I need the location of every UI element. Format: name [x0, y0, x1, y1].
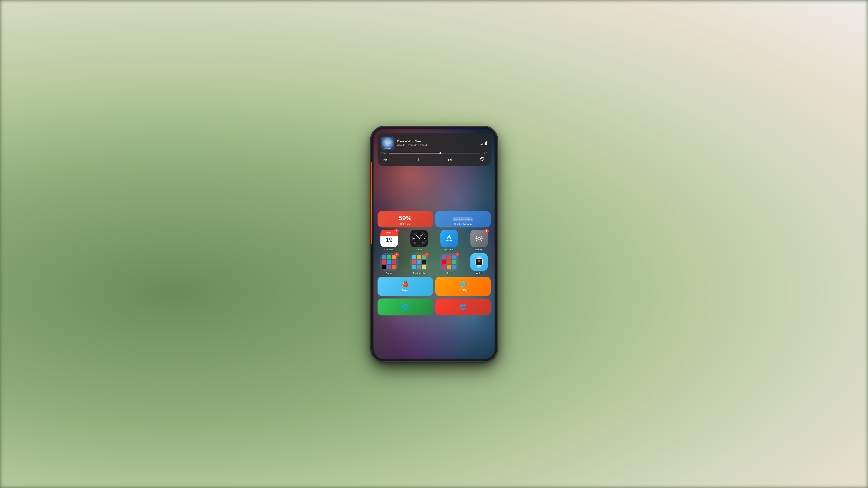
apple-icon: 🍎: [402, 281, 408, 287]
watch-label: Watch: [476, 272, 482, 274]
settings-icon: 1: [470, 230, 488, 247]
now-playing-card[interactable]: ARKELLS Dance With You Arkells, Cœur de …: [377, 133, 491, 166]
social-icon: 1: [380, 253, 398, 271]
weather-widget[interactable]: Updated at 9:50am Weather Network: [435, 211, 491, 227]
svg-point-1: [385, 140, 391, 145]
song-info: Dance With You Arkells, Cœur de pirate &: [397, 139, 478, 147]
clock-icon-inner: [410, 230, 428, 247]
app-productivity[interactable]: 2: [407, 253, 431, 274]
bottom-left-widget[interactable]: 🌐: [377, 298, 433, 316]
progress-fill: [389, 153, 440, 154]
song-artist: Arkells, Cœur de pirate &: [397, 143, 478, 147]
album-label: ARKELLS: [384, 148, 391, 149]
calendar-day: 19: [380, 236, 398, 243]
clock-label: Clock: [416, 248, 422, 251]
svg-point-4: [383, 141, 392, 144]
app-media[interactable]: 23: [437, 253, 461, 274]
signal-bar-5: [486, 141, 487, 145]
batteries-widget[interactable]: 59% Batteries: [377, 211, 433, 227]
svg-marker-5: [481, 160, 484, 161]
media-label: Media: [446, 272, 452, 274]
app-social[interactable]: 1: [377, 253, 401, 274]
rewind-button[interactable]: ⏮: [383, 157, 388, 162]
settings-badge: 1: [485, 229, 489, 233]
signal-bar-1: [481, 144, 482, 145]
svg-point-23: [418, 238, 420, 239]
apple-label: Apple: [401, 289, 409, 292]
calendar-icon: 3 MON 19: [380, 230, 398, 247]
svg-point-3: [387, 142, 389, 143]
song-title: Dance With You: [397, 139, 478, 143]
social-badge: 1: [395, 252, 399, 257]
pause-button[interactable]: ⏸: [415, 157, 420, 162]
time-elapsed: 2:10: [381, 152, 387, 155]
bottom-row: 🌐 🌐: [377, 298, 491, 316]
media-badge: 23: [455, 252, 459, 257]
watch-icon: [470, 253, 488, 271]
discgolf-icon: 🥏: [460, 281, 466, 287]
bottom-right-icon: 🌐: [460, 304, 466, 310]
app-grid-area: 59% Batteries Updated at 9:50am Weather …: [377, 211, 491, 359]
app-calendar[interactable]: 3 MON 19 Calendar: [377, 230, 401, 251]
apple-suggestion[interactable]: 🍎 Apple: [377, 277, 433, 296]
discgolf-label: DiscGolf: [457, 289, 468, 292]
watch-icon-inner: [470, 253, 488, 271]
appstore-icon: [440, 230, 458, 247]
fastforward-button[interactable]: ⏭: [448, 157, 452, 162]
productivity-badge: 2: [425, 252, 429, 257]
time-remaining: -1:37: [482, 152, 487, 155]
appstore-label: App Store: [444, 248, 454, 251]
app-row-2: 1: [377, 253, 491, 274]
signal-icon: [481, 141, 487, 145]
productivity-icon: 2: [410, 253, 428, 271]
svg-rect-25: [477, 256, 481, 258]
signal-bar-4: [485, 142, 486, 145]
media-icon: 23: [440, 253, 458, 271]
bottom-right-widget[interactable]: 🌐: [435, 298, 491, 316]
batteries-label: Batteries: [400, 223, 410, 226]
progress-bar[interactable]: [389, 153, 479, 154]
phone-screen: ARKELLS Dance With You Arkells, Cœur de …: [373, 129, 495, 359]
playback-controls: ⏮ ⏸ ⏭: [381, 157, 487, 162]
productivity-label: Productivity: [413, 272, 425, 274]
app-settings[interactable]: 1: [467, 230, 491, 251]
clock-icon: [410, 230, 428, 247]
svg-rect-26: [477, 266, 481, 268]
app-watch[interactable]: Watch: [467, 253, 491, 274]
weather-updated: Updated at 9:50am: [453, 217, 473, 221]
suggestions-row: 🍎 Apple 🥏 DiscGolf: [377, 277, 491, 296]
widgets-row: 59% Batteries Updated at 9:50am Weather …: [377, 211, 491, 227]
app-row-1: 3 MON 19 Calendar: [377, 230, 491, 251]
svg-point-24: [478, 237, 480, 239]
progress-scrubber[interactable]: [439, 152, 441, 154]
calendar-badge: 3: [395, 229, 399, 233]
app-clock[interactable]: Clock: [407, 230, 431, 251]
phone-frame: ARKELLS Dance With You Arkells, Cœur de …: [371, 127, 497, 361]
battery-percent: 59%: [399, 215, 411, 222]
weather-label: Weather Network: [454, 223, 472, 226]
album-art: ARKELLS: [381, 136, 395, 150]
airplay-button[interactable]: [480, 157, 485, 162]
appstore-icon-inner: [440, 230, 458, 247]
discgolf-suggestion[interactable]: 🥏 DiscGolf: [435, 277, 491, 296]
svg-point-2: [386, 141, 390, 144]
calendar-label: Calendar: [384, 248, 394, 251]
social-label: Social: [386, 272, 392, 274]
signal-bar-3: [484, 142, 485, 145]
bottom-left-icon: 🌐: [402, 304, 408, 310]
settings-label: Settings: [475, 248, 483, 251]
app-appstore[interactable]: App Store: [437, 230, 461, 251]
signal-bar-2: [483, 143, 483, 145]
progress-area[interactable]: 2:10 -1:37: [381, 152, 487, 155]
